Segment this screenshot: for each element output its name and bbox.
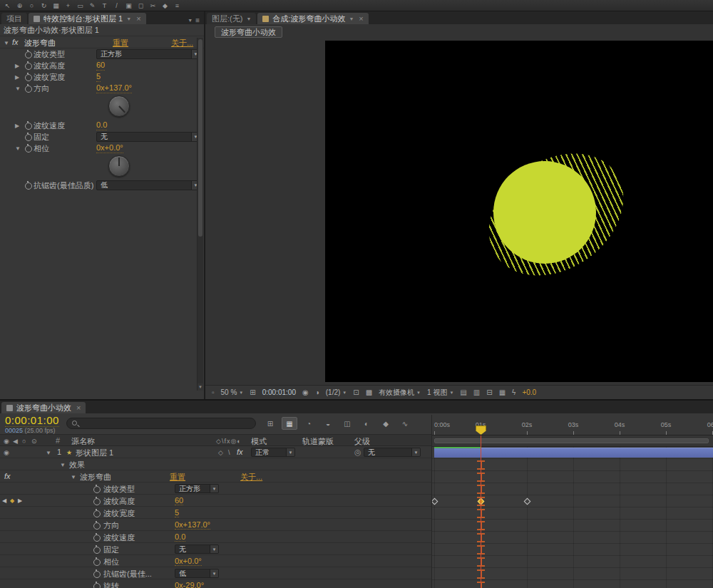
pixel-aspect-button[interactable]: ▦ bbox=[499, 388, 506, 396]
parent-dropdown[interactable]: 无▼ bbox=[364, 448, 421, 457]
property-row[interactable]: 方向0x+137.0° bbox=[0, 519, 431, 531]
tab-effect-controls[interactable]: 特效控制台:形状图层 1 ▼ × bbox=[29, 13, 146, 24]
snapshot-button[interactable]: ◉ bbox=[302, 388, 309, 396]
time-ruler[interactable]: 0:00s01s02s03s04s05s06s bbox=[432, 415, 713, 435]
expand-icon[interactable]: ▶ bbox=[15, 123, 19, 129]
chevron-down-icon[interactable]: ▼ bbox=[126, 16, 131, 21]
graph-editor-button[interactable]: ∿ bbox=[397, 417, 413, 430]
property-row[interactable]: 固定无▼ bbox=[0, 543, 431, 555]
guides-button[interactable]: ▥ bbox=[473, 388, 480, 396]
trkmat-column-label[interactable]: 轨道蒙版 bbox=[302, 436, 334, 447]
mode-dropdown[interactable]: 正常▼ bbox=[251, 448, 295, 457]
effects-group-row[interactable]: ▼效果 bbox=[0, 458, 431, 470]
param-dropdown[interactable]: 无▼ bbox=[96, 132, 200, 142]
tab-comp-viewer[interactable]: 合成:波形弯曲小动效 ▼ × bbox=[257, 13, 368, 24]
live-update-button[interactable]: ▦ bbox=[282, 417, 297, 430]
param-value[interactable]: 0x+0.0° bbox=[96, 143, 123, 153]
collapse-icon[interactable]: ▼ bbox=[60, 462, 66, 468]
viewer-timecode[interactable]: 0:00:01:00 bbox=[262, 388, 296, 396]
stopwatch-icon[interactable] bbox=[93, 496, 100, 505]
chevron-down-icon[interactable]: ▼ bbox=[349, 16, 354, 21]
property-dropdown[interactable]: 正方形▼ bbox=[175, 484, 219, 493]
magnification-icon[interactable]: ▫ bbox=[212, 388, 215, 396]
show-channel-button[interactable]: ◑ bbox=[315, 388, 319, 396]
property-row[interactable]: 波纹宽度5 bbox=[0, 507, 431, 519]
layer-row[interactable]: ◉▼1★形状图层 1◇\fx正常▼◎无▼ bbox=[0, 446, 431, 458]
property-row[interactable]: 波纹速度0.0 bbox=[0, 531, 431, 543]
clone-stamp-tool[interactable]: ▣ bbox=[123, 1, 134, 10]
expand-icon[interactable]: ▶ bbox=[15, 63, 19, 69]
close-icon[interactable]: × bbox=[76, 403, 81, 412]
transparency-grid-button[interactable]: ▩ bbox=[366, 388, 372, 396]
work-area-bar[interactable] bbox=[434, 438, 709, 443]
about-button[interactable]: 关于... bbox=[171, 38, 193, 48]
property-row[interactable]: 波纹类型正方形▼ bbox=[0, 483, 431, 495]
pan-behind-tool[interactable]: + bbox=[63, 1, 73, 10]
safe-margins-button[interactable]: ⊞ bbox=[250, 388, 255, 396]
property-row[interactable]: ◀◆▶波纹高度60 bbox=[0, 495, 431, 507]
stopwatch-icon[interactable] bbox=[24, 120, 31, 129]
brush-tool[interactable]: / bbox=[111, 1, 122, 10]
collapse-transform-icon[interactable]: ◇ bbox=[218, 449, 223, 456]
stopwatch-icon[interactable] bbox=[24, 61, 31, 69]
collapse-icon[interactable]: ▼ bbox=[4, 40, 9, 46]
zoom-select[interactable]: 50 %▼ bbox=[221, 388, 244, 396]
motion-blur-button[interactable]: ◐ bbox=[359, 417, 374, 430]
comp-navigator-button[interactable]: 波形弯曲小动效 bbox=[215, 26, 282, 38]
effect-name[interactable]: 波形弯曲 bbox=[24, 38, 56, 48]
auto-keyframe-button[interactable]: ◆ bbox=[378, 417, 394, 430]
param-value[interactable]: 60 bbox=[96, 61, 105, 71]
rotation-tool[interactable]: ↻ bbox=[39, 1, 49, 10]
effects-switch-icon[interactable]: fx bbox=[237, 448, 243, 456]
property-value[interactable]: 0x+0.0° bbox=[175, 557, 202, 566]
mask-shape-tool[interactable]: ▭ bbox=[75, 1, 86, 10]
param-dropdown[interactable]: 正方形▼ bbox=[96, 49, 200, 59]
camera-select[interactable]: 有效摄像机▼ bbox=[379, 388, 421, 398]
flowchart-button[interactable]: ⊟ bbox=[486, 388, 492, 396]
property-value[interactable]: 0x+137.0° bbox=[175, 520, 210, 530]
property-row[interactable]: 旋转0x-29.0° bbox=[0, 579, 431, 588]
property-value[interactable]: 60 bbox=[175, 496, 183, 505]
current-time-display[interactable]: 0:00:01:00 bbox=[5, 414, 59, 427]
param-value[interactable]: 0.0 bbox=[96, 120, 107, 130]
stopwatch-icon[interactable] bbox=[24, 132, 31, 140]
panel-menu-button[interactable]: ▼ ≡ bbox=[185, 16, 202, 24]
property-value[interactable]: 0x-29.0° bbox=[175, 581, 204, 588]
roto-brush-tool[interactable]: ✂ bbox=[148, 1, 158, 10]
angle-dial[interactable] bbox=[108, 155, 130, 177]
hide-shy-button[interactable]: ◒ bbox=[320, 417, 336, 430]
stopwatch-icon[interactable] bbox=[93, 545, 100, 553]
stopwatch-icon[interactable] bbox=[93, 557, 100, 565]
camera-tool[interactable]: ▦ bbox=[51, 1, 61, 10]
search-input[interactable] bbox=[66, 418, 256, 429]
mode-column-label[interactable]: 模式 bbox=[251, 436, 267, 447]
exposure-value[interactable]: +0.0 bbox=[522, 388, 536, 396]
eraser-tool[interactable]: ◻ bbox=[135, 1, 146, 10]
parent-column-label[interactable]: 父级 bbox=[354, 436, 370, 447]
collapse-icon[interactable]: ▼ bbox=[46, 450, 51, 456]
stopwatch-icon[interactable] bbox=[93, 569, 100, 577]
param-value[interactable]: 0x+137.0° bbox=[96, 83, 132, 93]
stopwatch-icon[interactable] bbox=[93, 532, 100, 541]
property-value[interactable]: 0.0 bbox=[175, 532, 185, 542]
hand-tool[interactable]: ⊕ bbox=[14, 1, 25, 10]
reset-button[interactable]: 重置 bbox=[170, 472, 185, 483]
roi-button[interactable]: ⊡ bbox=[353, 388, 359, 396]
selection-tool[interactable]: ↖ bbox=[2, 1, 13, 10]
zoom-tool[interactable]: ○ bbox=[26, 1, 37, 10]
view-layout-select[interactable]: 1 视图▼ bbox=[427, 388, 453, 398]
grid-button[interactable]: ▤ bbox=[460, 388, 466, 396]
parent-pickwhip-icon[interactable]: ◎ bbox=[354, 448, 361, 457]
stopwatch-icon[interactable] bbox=[93, 581, 100, 588]
property-row[interactable]: 抗锯齿(最佳...低▼ bbox=[0, 567, 431, 579]
source-name-column-label[interactable]: 源名称 bbox=[71, 436, 95, 447]
param-value[interactable]: 5 bbox=[96, 72, 101, 82]
property-dropdown[interactable]: 低▼ bbox=[175, 569, 219, 578]
draft-3d-button[interactable]: ◔ bbox=[301, 417, 317, 430]
stopwatch-icon[interactable] bbox=[93, 484, 100, 492]
stopwatch-icon[interactable] bbox=[24, 143, 31, 152]
collapse-icon[interactable]: ▼ bbox=[15, 86, 21, 92]
comp-mini-flowchart-button[interactable]: ⊞ bbox=[262, 417, 278, 430]
close-icon[interactable]: × bbox=[359, 14, 363, 23]
scrollbar[interactable]: ▼ bbox=[197, 38, 203, 391]
